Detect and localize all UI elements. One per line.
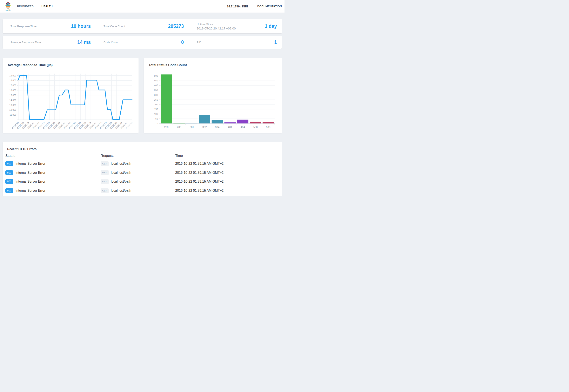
stat-total-response-time: Total Response Time 10 hours bbox=[3, 19, 96, 33]
status-bar-304 bbox=[212, 120, 223, 124]
error-status-cell: 500 Internal Server Error bbox=[3, 188, 98, 193]
svg-text:304: 304 bbox=[215, 126, 220, 129]
error-status-cell: 500 Internal Server Error bbox=[3, 179, 98, 184]
svg-text:450: 450 bbox=[154, 79, 158, 82]
stat-uptime-since: Uptime Since 2018-05-20 20:42:17 +02:00 … bbox=[189, 19, 282, 33]
status-text: Internal Server Error bbox=[15, 189, 45, 193]
recent-errors-card: Recent HTTP Errors Status Request Time 5… bbox=[3, 142, 282, 196]
error-table-row: 500 Internal Server Error GET localhost/… bbox=[3, 168, 282, 177]
svg-text:404: 404 bbox=[241, 126, 245, 129]
svg-text:50: 50 bbox=[156, 117, 158, 120]
stats-row-current: Average Response Time 14 ms Code Count 0… bbox=[3, 36, 282, 49]
svg-text:300: 300 bbox=[154, 94, 158, 96]
logo-wordmark: træfik bbox=[6, 9, 11, 11]
chart-title: Average Response Time (µs) bbox=[8, 63, 134, 67]
status-text: Internal Server Error bbox=[15, 171, 45, 175]
svg-text:150: 150 bbox=[154, 108, 158, 111]
charts-row: Average Response Time (µs) 11,00012,0001… bbox=[3, 58, 282, 133]
error-request-cell: GET localhost/path bbox=[98, 170, 172, 175]
status-code-badge: 500 bbox=[5, 188, 13, 193]
errors-table-body: 500 Internal Server Error GET localhost/… bbox=[3, 159, 282, 195]
error-time-cell: 2016-10-22 01:59:15 AM GMT+2 bbox=[172, 180, 282, 183]
error-time-cell: 2016-10-22 01:59:15 AM GMT+2 bbox=[172, 162, 282, 166]
svg-text:350: 350 bbox=[154, 89, 158, 91]
svg-text:12,000: 12,000 bbox=[9, 109, 16, 111]
svg-text:17,000: 17,000 bbox=[9, 84, 16, 86]
stat-value: 1 day bbox=[265, 24, 277, 29]
svg-text:15,000: 15,000 bbox=[9, 94, 16, 97]
error-table-row: 500 Internal Server Error GET localhost/… bbox=[3, 159, 282, 168]
http-method-badge: GET bbox=[100, 161, 109, 166]
status-code-badge: 500 bbox=[5, 161, 13, 166]
traefik-logo[interactable]: træfik bbox=[3, 2, 14, 11]
svg-text:19,000: 19,000 bbox=[9, 74, 16, 77]
http-method-badge: GET bbox=[100, 170, 109, 175]
dashboard-content: Total Response Time 10 hours Total Code … bbox=[0, 19, 284, 196]
status-code-bar-chart: 0501001502002503003504004505002002063013… bbox=[149, 72, 277, 130]
request-path: localhost/path bbox=[111, 162, 131, 166]
error-request-cell: GET localhost/path bbox=[98, 161, 172, 166]
svg-text:302: 302 bbox=[202, 126, 207, 129]
http-method-badge: GET bbox=[100, 188, 109, 193]
error-table-row: 500 Internal Server Error GET localhost/… bbox=[3, 177, 282, 186]
svg-text:301: 301 bbox=[190, 126, 194, 129]
svg-text:200: 200 bbox=[164, 126, 169, 129]
status-code-badge: 500 bbox=[5, 179, 13, 184]
svg-text:13,000: 13,000 bbox=[9, 104, 16, 106]
request-path: localhost/path bbox=[111, 180, 131, 183]
error-status-cell: 500 Internal Server Error bbox=[3, 161, 98, 166]
traefik-gopher-icon bbox=[4, 2, 12, 10]
error-time-cell: 2016-10-22 01:59:15 AM GMT+2 bbox=[172, 171, 282, 175]
stat-value: 205273 bbox=[168, 24, 184, 29]
uptime-label-group: Uptime Since 2018-05-20 20:42:17 +02:00 bbox=[197, 23, 236, 30]
svg-text:18,000: 18,000 bbox=[9, 79, 16, 82]
status-bar-500 bbox=[250, 122, 261, 124]
nav-documentation[interactable]: DOCUMENTATION bbox=[257, 5, 282, 8]
svg-text:14,000: 14,000 bbox=[9, 99, 16, 101]
stat-value: 1 bbox=[274, 40, 277, 45]
errors-table-title: Recent HTTP Errors bbox=[3, 142, 282, 152]
error-request-cell: GET localhost/path bbox=[98, 188, 172, 193]
response-time-chart-card: Average Response Time (µs) 11,00012,0001… bbox=[3, 58, 139, 133]
status-code-badge: 500 bbox=[5, 170, 13, 175]
svg-text:11,000: 11,000 bbox=[10, 113, 16, 116]
errors-table-header: Status Request Time bbox=[3, 152, 282, 159]
status-bar-401 bbox=[224, 122, 236, 124]
stat-label: Code Count bbox=[103, 41, 118, 44]
stats-row-totals: Total Response Time 10 hours Total Code … bbox=[3, 19, 282, 33]
main-nav: PROVIDERS HEALTH bbox=[17, 5, 53, 8]
stat-label: Total Response Time bbox=[11, 25, 37, 28]
svg-text:250: 250 bbox=[154, 98, 158, 101]
uptime-timestamp: 2018-05-20 20:42:17 +02:00 bbox=[197, 27, 236, 30]
status-text: Internal Server Error bbox=[15, 180, 45, 183]
stat-label: Average Response Time bbox=[11, 41, 41, 44]
stat-value: 10 hours bbox=[71, 24, 91, 29]
status-code-chart-card: Total Status Code Count 0501001502002503… bbox=[144, 58, 282, 133]
nav-health[interactable]: HEALTH bbox=[42, 5, 53, 8]
status-text: Internal Server Error bbox=[15, 162, 45, 166]
svg-text:100: 100 bbox=[154, 113, 158, 115]
error-status-cell: 500 Internal Server Error bbox=[3, 170, 98, 175]
svg-text:16,000: 16,000 bbox=[9, 89, 16, 92]
request-path: localhost/path bbox=[111, 189, 131, 193]
error-time-cell: 2016-10-22 01:59:15 AM GMT+2 bbox=[172, 189, 282, 193]
svg-text:200: 200 bbox=[154, 103, 158, 106]
status-bar-200 bbox=[161, 74, 172, 124]
error-table-row: 500 Internal Server Error GET localhost/… bbox=[3, 186, 282, 195]
column-header-time: Time bbox=[172, 154, 282, 158]
status-bar-404 bbox=[237, 120, 248, 124]
status-bar-503 bbox=[263, 122, 274, 124]
status-bar-206 bbox=[173, 123, 185, 124]
svg-text:500: 500 bbox=[154, 75, 158, 77]
svg-text:400: 400 bbox=[154, 84, 158, 86]
http-method-badge: GET bbox=[100, 179, 109, 184]
svg-text:0: 0 bbox=[157, 122, 158, 125]
svg-text:503: 503 bbox=[266, 126, 270, 129]
stat-value: 0 bbox=[181, 40, 184, 45]
version-label: 14.7.1789 / KIRI bbox=[227, 5, 248, 8]
stat-average-response-time: Average Response Time 14 ms bbox=[3, 36, 96, 49]
nav-providers[interactable]: PROVIDERS bbox=[17, 5, 34, 8]
stat-total-code-count: Total Code Count 205273 bbox=[96, 19, 189, 33]
chart-title: Total Status Code Count bbox=[149, 63, 277, 67]
error-request-cell: GET localhost/path bbox=[98, 179, 172, 184]
